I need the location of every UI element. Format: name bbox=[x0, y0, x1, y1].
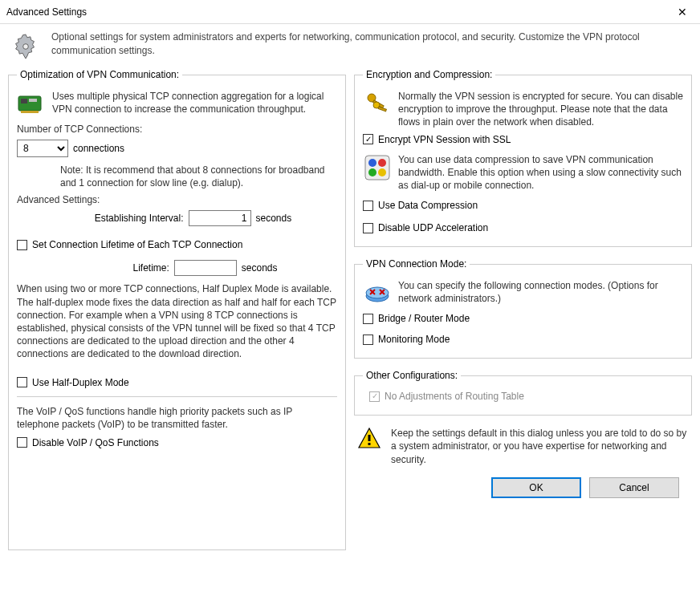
svg-point-13 bbox=[368, 168, 376, 176]
bridge-label: Bridge / Router Mode bbox=[378, 313, 470, 324]
group-mode-legend: VPN Connection Mode: bbox=[363, 258, 470, 270]
cancel-button[interactable]: Cancel bbox=[589, 477, 679, 498]
group-mode: VPN Connection Mode: You can specify the… bbox=[354, 258, 692, 359]
voip-para: The VoIP / QoS functions handle high pri… bbox=[17, 405, 337, 431]
group-optimization-legend: Optimization of VPN Communication: bbox=[17, 69, 182, 80]
group-other: Other Configurations: ✓ No Adjustments o… bbox=[354, 370, 692, 416]
establishing-interval-label: Establishing Interval: bbox=[95, 213, 184, 224]
checkbox-icon bbox=[17, 437, 27, 448]
compression-label: Use Data Compression bbox=[378, 200, 478, 211]
ssl-para: Normally the VPN session is encrypted fo… bbox=[398, 90, 683, 129]
close-icon: ✕ bbox=[678, 6, 687, 18]
nic-card-icon bbox=[17, 90, 46, 119]
tcp-count-select[interactable]: 8 bbox=[17, 140, 68, 157]
seconds-word-2: seconds bbox=[242, 262, 278, 274]
establishing-interval-input[interactable] bbox=[189, 210, 251, 226]
group-encryption-legend: Encryption and Compression: bbox=[363, 69, 495, 80]
checkbox-icon bbox=[363, 201, 373, 211]
warning-text: Keep the settings default in this dialog… bbox=[391, 427, 689, 466]
svg-rect-5 bbox=[21, 111, 39, 113]
header-description: Optional settings for system administrat… bbox=[51, 30, 690, 63]
set-lifetime-label: Set Connection Lifetime of Each TCP Conn… bbox=[32, 239, 242, 250]
checkbox-checked-disabled-icon: ✓ bbox=[369, 391, 380, 402]
warning-row: Keep the settings default in this dialog… bbox=[357, 427, 689, 466]
window-title: Advanced Settings bbox=[6, 6, 664, 18]
ssl-label: Encrypt VPN Session with SSL bbox=[378, 134, 511, 145]
router-icon bbox=[363, 279, 392, 308]
monitor-label: Monitoring Mode bbox=[378, 334, 450, 345]
advanced-settings-label: Advanced Settings: bbox=[17, 194, 337, 205]
dialog-header: Optional settings for system administrat… bbox=[0, 24, 700, 69]
bridge-checkbox[interactable]: Bridge / Router Mode bbox=[363, 313, 683, 324]
connections-word: connections bbox=[73, 143, 124, 154]
lifetime-label: Lifetime: bbox=[132, 262, 169, 274]
svg-point-1 bbox=[23, 44, 29, 50]
ssl-checkbox[interactable]: ✓ Encrypt VPN Session with SSL bbox=[363, 134, 683, 145]
checkbox-icon bbox=[17, 240, 27, 250]
seconds-word-1: seconds bbox=[256, 213, 292, 224]
titlebar: Advanced Settings ✕ bbox=[0, 0, 700, 24]
half-duplex-checkbox[interactable]: Use Half-Duplex Mode bbox=[17, 377, 337, 388]
svg-rect-17 bbox=[368, 435, 371, 441]
udp-checkbox[interactable]: Disable UDP Acceleration bbox=[363, 222, 683, 233]
half-duplex-label: Use Half-Duplex Mode bbox=[32, 377, 129, 388]
routing-checkbox: ✓ No Adjustments of Routing Table bbox=[369, 391, 683, 402]
svg-rect-18 bbox=[368, 443, 371, 445]
compression-icon bbox=[363, 153, 392, 182]
half-duplex-para: When using two or more TCP connections, … bbox=[17, 282, 337, 360]
checkbox-checked-icon: ✓ bbox=[363, 134, 373, 144]
group-other-legend: Other Configurations: bbox=[363, 370, 461, 381]
checkbox-icon bbox=[363, 223, 373, 233]
svg-point-12 bbox=[378, 159, 386, 167]
voip-checkbox[interactable]: Disable VoIP / QoS Functions bbox=[17, 437, 337, 448]
svg-point-11 bbox=[368, 159, 376, 167]
group-optimization: Optimization of VPN Communication: Uses … bbox=[8, 69, 346, 550]
svg-point-14 bbox=[378, 168, 386, 176]
tcp-note: Note: It is recommend that about 8 conne… bbox=[60, 164, 337, 189]
comp-para: You can use data compression to save VPN… bbox=[398, 153, 683, 193]
ok-button[interactable]: OK bbox=[491, 477, 581, 498]
keys-icon bbox=[363, 90, 392, 119]
lifetime-input[interactable] bbox=[174, 260, 237, 276]
num-tcp-label: Number of TCP Connections: bbox=[17, 124, 337, 135]
voip-label: Disable VoIP / QoS Functions bbox=[32, 437, 159, 448]
compression-checkbox[interactable]: Use Data Compression bbox=[363, 200, 683, 211]
checkbox-icon bbox=[363, 314, 373, 324]
warning-icon bbox=[357, 427, 383, 452]
svg-rect-3 bbox=[21, 99, 27, 103]
svg-rect-4 bbox=[29, 99, 37, 102]
close-button[interactable]: ✕ bbox=[664, 0, 700, 24]
set-lifetime-checkbox[interactable]: Set Connection Lifetime of Each TCP Conn… bbox=[17, 239, 337, 250]
checkbox-icon bbox=[17, 377, 27, 387]
gear-icon bbox=[10, 30, 42, 63]
optimization-intro: Uses multiple physical TCP connection ag… bbox=[52, 90, 337, 119]
svg-point-16 bbox=[366, 287, 389, 298]
svg-rect-10 bbox=[365, 156, 389, 180]
mode-para: You can specify the following connection… bbox=[398, 279, 683, 308]
monitor-checkbox[interactable]: Monitoring Mode bbox=[363, 334, 683, 345]
routing-label: No Adjustments of Routing Table bbox=[385, 391, 524, 402]
udp-label: Disable UDP Acceleration bbox=[378, 222, 488, 233]
group-encryption: Encryption and Compression: Normally the… bbox=[354, 69, 692, 247]
divider bbox=[17, 396, 337, 397]
checkbox-icon bbox=[363, 335, 373, 345]
